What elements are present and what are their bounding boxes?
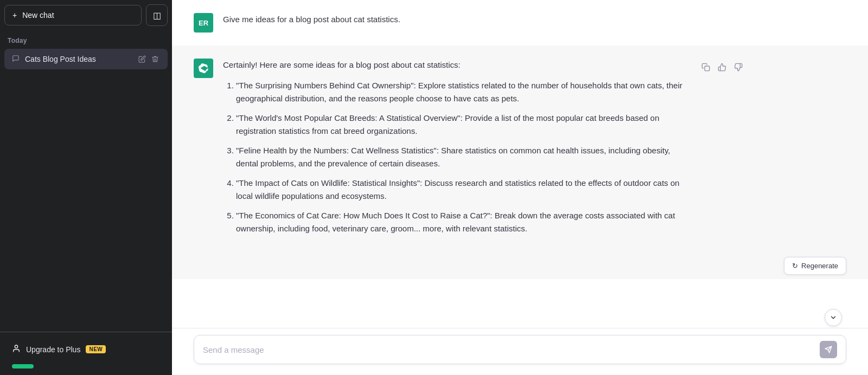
input-area xyxy=(172,328,868,375)
upgrade-to-plus-button[interactable]: Upgrade to Plus NEW xyxy=(4,339,168,360)
chat-item-actions xyxy=(137,54,160,64)
svg-point-0 xyxy=(15,345,17,348)
chat-area: ER Give me ideas for a blog post about c… xyxy=(172,0,868,328)
list-item: "The Economics of Cat Care: How Much Doe… xyxy=(236,209,690,235)
ai-message-content: Certainly! Here are some ideas for a blo… xyxy=(223,59,690,242)
list-item: "Feline Health by the Numbers: Cat Welln… xyxy=(236,144,690,170)
ai-intro: Certainly! Here are some ideas for a blo… xyxy=(223,59,690,72)
message-form xyxy=(194,335,846,364)
upgrade-label: Upgrade to Plus xyxy=(26,345,80,354)
user-icon xyxy=(12,344,21,354)
list-item: "The Surprising Numbers Behind Cat Owner… xyxy=(236,79,690,105)
plus-icon: + xyxy=(12,11,17,20)
new-badge: NEW xyxy=(86,345,106,353)
thumbs-up-button[interactable] xyxy=(716,61,729,74)
green-bar xyxy=(12,364,34,368)
rename-chat-button[interactable] xyxy=(137,54,147,64)
layout-icon: ◫ xyxy=(153,10,161,21)
main-panel: ER Give me ideas for a blog post about c… xyxy=(172,0,868,375)
regenerate-area: ↻ Regenerate xyxy=(172,255,868,279)
copy-message-button[interactable] xyxy=(699,61,712,74)
sidebar-layout-button[interactable]: ◫ xyxy=(146,4,168,26)
sidebar: + New chat ◫ Today Cats Blog Post Ideas … xyxy=(0,0,172,375)
regenerate-icon: ↻ xyxy=(792,262,798,270)
sidebar-footer: Upgrade to Plus NEW xyxy=(0,332,172,375)
message-input[interactable] xyxy=(203,345,820,354)
new-chat-label: New chat xyxy=(22,11,54,20)
input-container xyxy=(172,328,868,375)
scroll-down-button[interactable] xyxy=(825,309,842,326)
list-item: "The World's Most Popular Cat Breeds: A … xyxy=(236,112,690,138)
svg-rect-1 xyxy=(705,66,710,71)
list-item: "The Impact of Cats on Wildlife: Statist… xyxy=(236,177,690,203)
ai-list: "The Surprising Numbers Behind Cat Owner… xyxy=(223,79,690,235)
ai-avatar xyxy=(194,59,213,78)
sidebar-header: + New chat ◫ xyxy=(0,0,172,30)
ai-message-actions xyxy=(699,59,745,74)
today-label: Today xyxy=(0,30,172,48)
user-message: ER Give me ideas for a blog post about c… xyxy=(172,0,868,46)
chat-icon xyxy=(12,55,20,64)
regenerate-button[interactable]: ↻ Regenerate xyxy=(784,257,846,275)
delete-chat-button[interactable] xyxy=(150,54,160,64)
new-chat-button[interactable]: + New chat xyxy=(4,5,142,25)
thumbs-down-button[interactable] xyxy=(732,61,745,74)
chat-item-label: Cats Blog Post Ideas xyxy=(25,55,132,63)
sidebar-item-cats-blog[interactable]: Cats Blog Post Ideas xyxy=(4,49,168,69)
user-avatar: ER xyxy=(194,13,213,33)
send-button[interactable] xyxy=(820,341,837,358)
regenerate-label: Regenerate xyxy=(801,262,838,270)
user-message-text: Give me ideas for a blog post about cat … xyxy=(223,13,690,26)
ai-message: Certainly! Here are some ideas for a blo… xyxy=(172,46,868,255)
